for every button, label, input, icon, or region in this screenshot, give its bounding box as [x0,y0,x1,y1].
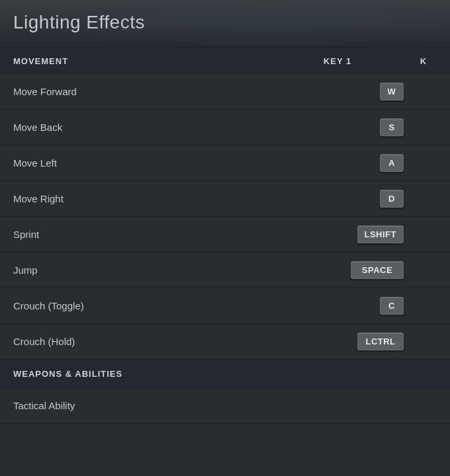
header: Lighting Effects [0,0,450,48]
action-label: Move Forward [13,86,265,97]
section-title-weapons: WEAPONS & ABILITIES [13,369,122,379]
content: MOVEMENT KEY 1 K Move Forward W Move Bac… [0,48,450,424]
action-label: Tactical Ability [13,400,265,411]
table-row[interactable]: Crouch (Toggle) C [0,288,450,324]
key-badge[interactable]: D [380,190,404,208]
column-header-movement: MOVEMENT [13,56,68,66]
section-header-weapons: WEAPONS & ABILITIES [0,360,450,388]
table-row[interactable]: Jump SPACE [0,253,450,288]
table-row[interactable]: Move Right D [0,181,450,217]
action-label: Sprint [13,229,265,240]
table-header: MOVEMENT KEY 1 K [0,48,450,74]
action-label: Move Right [13,193,265,204]
table-row[interactable]: Move Left A [0,145,450,181]
key-badge[interactable]: W [380,83,404,100]
table-row[interactable]: Crouch (Hold) LCTRL [0,324,450,360]
action-label: Crouch (Toggle) [13,300,265,311]
table-row[interactable]: Tactical Ability [0,388,450,424]
key-badge[interactable]: A [380,154,404,172]
key-badge[interactable]: S [380,118,404,136]
key-badge[interactable]: LCTRL [357,333,404,350]
page-title: Lighting Effects [13,12,437,33]
column-header-key2: K [420,56,427,66]
column-header-key1: KEY 1 [324,56,351,66]
action-label: Crouch (Hold) [13,336,265,347]
table-row[interactable]: Move Back S [0,110,450,145]
key-badge[interactable]: SPACE [351,261,404,279]
table-row[interactable]: Sprint LSHIFT [0,217,450,253]
action-label: Jump [13,264,265,276]
action-label: Move Back [13,122,265,133]
key-badge[interactable]: LSHIFT [357,225,404,243]
key-badge[interactable]: C [380,297,404,315]
table-row[interactable]: Move Forward W [0,74,450,110]
action-label: Move Left [13,157,265,169]
